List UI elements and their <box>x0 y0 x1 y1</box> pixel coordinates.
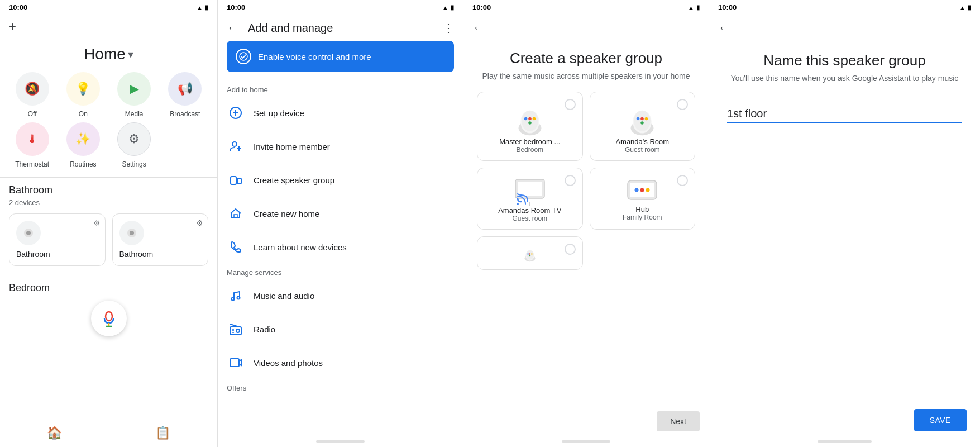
gear-icon-1: ⚙ <box>93 218 101 227</box>
thermostat-icon: 🌡 <box>26 132 39 146</box>
menu-learn-devices[interactable]: Learn about new devices <box>218 230 463 264</box>
quick-action-thermostat[interactable]: 🌡 Thermostat <box>9 122 55 168</box>
routines-icon: ✨ <box>75 132 90 146</box>
on-icon: 💡 <box>75 82 90 96</box>
back-button-3[interactable]: ← <box>472 21 485 35</box>
svg-point-54 <box>529 253 530 255</box>
mic-svg <box>100 310 118 327</box>
add-to-home-label: Add to home <box>218 81 463 96</box>
group-name-input[interactable] <box>727 105 962 122</box>
menu-create-speaker-group[interactable]: Create speaker group <box>218 163 463 197</box>
device-icon-1 <box>16 221 41 245</box>
speaker-radio-5[interactable] <box>565 244 576 255</box>
bathroom-device-2[interactable]: ⚙ Bathroom <box>112 213 209 266</box>
status-icons-4: ▲ ▮ <box>959 4 971 11</box>
speaker-card-2[interactable]: Amanda's Room Guest room <box>590 92 696 161</box>
person-add-svg <box>229 140 242 153</box>
next-button[interactable]: Next <box>657 411 700 431</box>
device-icon-2 <box>119 221 144 245</box>
quick-action-on[interactable]: 💡 On <box>60 72 106 118</box>
speaker-room-4: Family Room <box>623 213 662 221</box>
music-svg <box>229 289 242 302</box>
quick-actions-grid: 🔕 Off 💡 On ▶ Media 📢 <box>0 72 217 177</box>
qa-broadcast-label: Broadcast <box>170 110 200 118</box>
back-button-2[interactable]: ← <box>227 21 239 35</box>
status-bar-3: 10:00 ▲ ▮ <box>463 0 709 15</box>
speaker-room-2: Guest room <box>625 146 660 154</box>
time-2: 10:00 <box>227 3 245 12</box>
bathroom-devices-count: 2 devices <box>9 198 208 207</box>
gear-icon-2: ⚙ <box>196 218 203 227</box>
new-home-icon <box>227 205 245 222</box>
speaker-card-5[interactable] <box>477 236 583 270</box>
svg-point-37 <box>640 117 644 121</box>
quick-action-settings[interactable]: ⚙ Settings <box>111 122 157 168</box>
battery-icon-2: ▮ <box>451 4 454 11</box>
menu-videos-photos[interactable]: Videos and photos <box>218 346 463 379</box>
qa-on-circle: 💡 <box>66 72 100 106</box>
svg-rect-15 <box>237 178 241 184</box>
check-icon <box>236 49 251 64</box>
setup-device-label: Set up device <box>254 108 304 118</box>
invite-member-icon <box>227 137 245 155</box>
back-button-4[interactable]: ← <box>718 21 730 35</box>
name-group-subtitle: You'll use this name when you ask Google… <box>727 74 962 83</box>
bathroom-device-name-1: Bathroom <box>16 250 50 259</box>
quick-action-media[interactable]: ▶ Media <box>111 72 157 118</box>
videos-photos-label: Videos and photos <box>254 358 323 368</box>
quick-action-broadcast[interactable]: 📢 Broadcast <box>162 72 208 118</box>
plus-circle-svg <box>229 106 242 120</box>
radio-label: Radio <box>254 325 275 334</box>
more-icon-2[interactable]: ⋮ <box>443 21 454 35</box>
offers-label: Offers <box>218 379 463 394</box>
speaker-room-1: Bedroom <box>516 146 543 154</box>
panel-name-group: 10:00 ▲ ▮ ← Name this speaker group You'… <box>709 0 980 447</box>
quick-action-off[interactable]: 🔕 Off <box>9 72 55 118</box>
status-icons-3: ▲ ▮ <box>688 4 700 11</box>
speaker-card-4[interactable]: Hub Family Room <box>590 168 696 230</box>
add-button[interactable]: + <box>9 20 16 34</box>
svg-point-39 <box>640 121 644 125</box>
bathroom-section: Bathroom 2 devices ⚙ Bathroom ⚙ <box>0 184 217 266</box>
status-icons-2: ▲ ▮ <box>442 4 454 11</box>
panel4-header: ← <box>709 15 980 41</box>
svg-point-42 <box>517 203 519 205</box>
quick-action-routines[interactable]: ✨ Routines <box>60 122 106 168</box>
qa-settings-circle: ⚙ <box>117 122 151 156</box>
speaker-radio-4[interactable] <box>677 175 688 186</box>
time-1: 10:00 <box>9 3 27 12</box>
menu-radio[interactable]: Radio <box>218 312 463 346</box>
svg-point-49 <box>646 188 650 192</box>
nav-home[interactable]: 🏠 <box>47 426 62 440</box>
nav-list[interactable]: 📋 <box>155 426 170 440</box>
panel-add-manage: 10:00 ▲ ▮ ← Add and manage ⋮ Enable voic… <box>218 0 463 447</box>
device-svg-2 <box>125 226 138 240</box>
battery-icon-3: ▮ <box>696 4 700 11</box>
bathroom-title: Bathroom <box>9 184 208 196</box>
menu-invite-member[interactable]: Invite home member <box>218 130 463 163</box>
bedroom-device[interactable] <box>91 301 127 336</box>
speaker-card-3[interactable]: Amandas Room TV Guest room <box>477 168 583 230</box>
panel3-header: ← <box>463 15 709 41</box>
hub-svg <box>625 177 659 205</box>
speaker-radio-1[interactable] <box>565 99 576 110</box>
create-speaker-subtitle: Play the same music across multiple spea… <box>482 72 690 80</box>
speaker-radio-2[interactable] <box>677 99 688 110</box>
menu-setup-device[interactable]: Set up device <box>218 96 463 130</box>
home-chevron-icon[interactable]: ▾ <box>128 47 133 61</box>
voice-control-button[interactable]: Enable voice control and more <box>227 41 454 72</box>
speaker-radio-3[interactable] <box>565 175 576 186</box>
menu-music-audio[interactable]: Music and audio <box>218 279 463 312</box>
panel-speaker-group: 10:00 ▲ ▮ ← Create a speaker group Play … <box>463 0 709 447</box>
divider-1 <box>0 177 217 178</box>
bottom-nav: 🏠 📋 <box>0 419 217 447</box>
bathroom-device-1[interactable]: ⚙ Bathroom <box>9 213 106 266</box>
name-group-content: Name this speaker group You'll use this … <box>709 41 980 232</box>
save-button[interactable]: SAVE <box>914 409 967 431</box>
svg-point-38 <box>645 117 648 121</box>
videos-photos-icon <box>227 354 245 372</box>
menu-create-new-home[interactable]: Create new home <box>218 197 463 230</box>
speaker-card-1[interactable]: Master bedroom ... Bedroom <box>477 92 583 161</box>
panel2-title: Add and manage <box>248 22 434 35</box>
svg-point-52 <box>526 250 534 260</box>
